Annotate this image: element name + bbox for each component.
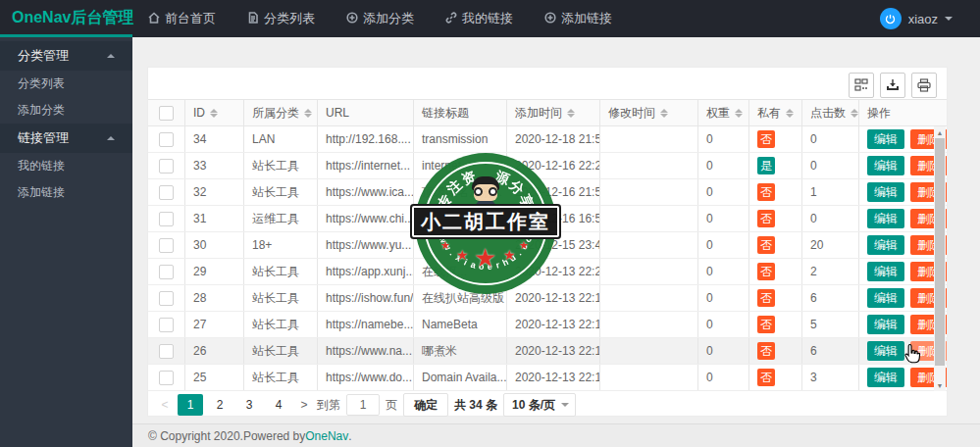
sidebar-item-添加分类[interactable]: 添加分类 [0, 97, 132, 124]
scroll-up-icon[interactable]: ▲ [934, 126, 946, 138]
row-checkbox-cell [148, 312, 185, 337]
user-menu[interactable]: xiaoz [880, 8, 980, 29]
print-button[interactable] [911, 73, 937, 98]
username[interactable]: xiaoz [908, 12, 938, 26]
page-button-3[interactable]: 3 [236, 394, 262, 416]
header-cell-添加时间[interactable]: 添加时间 [507, 100, 600, 125]
row-checkbox[interactable] [159, 159, 174, 174]
page-button-2[interactable]: 2 [207, 394, 232, 416]
sidebar-section-链接管理[interactable]: 链接管理 [0, 124, 132, 153]
edit-button[interactable]: 编辑 [867, 368, 904, 387]
row-checkbox[interactable] [159, 318, 174, 332]
edit-button[interactable]: 编辑 [867, 235, 904, 255]
edit-button[interactable]: 编辑 [867, 341, 904, 361]
page-prev-button[interactable]: < [158, 398, 172, 412]
nav-item-添加链接[interactable]: 添加链接 [529, 0, 628, 37]
link-icon [445, 12, 457, 26]
columns-icon [854, 78, 868, 92]
edit-button[interactable]: 编辑 [867, 288, 904, 308]
header-cell-私有[interactable]: 私有 [749, 100, 802, 125]
cell-modified [600, 153, 698, 178]
watermark-stamp: 专注资源分享 www.xiaoerhu.com 小二胡工作室 ★ ★ ★ ★ ★ [415, 153, 556, 294]
header-cell-所属分类[interactable]: 所属分类 [244, 100, 318, 125]
header-cell-修改时间[interactable]: 修改时间 [600, 100, 698, 125]
cell-id: 34 [185, 126, 244, 152]
table-row: 34LANhttp://192.168....transmission2020-… [148, 126, 947, 153]
nav-item-label: 分类列表 [264, 10, 315, 27]
cell-clicks: 0 [802, 206, 859, 231]
sidebar-item-添加链接[interactable]: 添加链接 [0, 179, 132, 206]
row-checkbox-cell [148, 285, 185, 311]
cell-modified [600, 285, 698, 311]
table-scrollbar[interactable]: ▲ ▼ [934, 126, 946, 391]
export-button[interactable] [880, 73, 905, 98]
sidebar-item-我的链接[interactable]: 我的链接 [0, 153, 132, 179]
page-button-1[interactable]: 1 [178, 394, 203, 416]
row-checkbox[interactable] [159, 238, 174, 253]
cell-clicks: 6 [802, 285, 859, 311]
header-cell-点击数[interactable]: 点击数 [802, 100, 859, 125]
export-icon [886, 78, 900, 92]
sort-icon[interactable] [660, 109, 668, 118]
column-label: 添加时间 [515, 105, 562, 122]
edit-button[interactable]: 编辑 [867, 156, 904, 175]
scroll-down-icon[interactable]: ▼ [934, 379, 946, 391]
home-icon [148, 12, 160, 26]
cell-private: 否 [749, 365, 802, 390]
page-unit-label: 页 [386, 397, 397, 414]
row-checkbox-cell [148, 232, 185, 258]
cell-private: 是 [749, 153, 802, 178]
columns-filter-button[interactable] [849, 73, 874, 98]
page-button-4[interactable]: 4 [266, 394, 291, 416]
nav-item-前台首页[interactable]: 前台首页 [132, 0, 232, 37]
sidebar-item-分类列表[interactable]: 分类列表 [0, 71, 132, 97]
select-all-checkbox[interactable] [159, 106, 174, 121]
cell-modified [600, 338, 698, 364]
header-cell-链接标题: 链接标题 [414, 100, 507, 125]
sidebar-section-分类管理[interactable]: 分类管理 [0, 41, 132, 71]
power-icon[interactable] [880, 8, 902, 29]
cell-url: https://ishow.fun/ [318, 285, 414, 311]
scrollbar-thumb[interactable] [935, 138, 945, 366]
sort-icon[interactable] [304, 109, 312, 118]
cell-private: 否 [749, 206, 802, 231]
chevron-down-icon [561, 403, 569, 411]
edit-button[interactable]: 编辑 [867, 182, 904, 202]
row-checkbox[interactable] [159, 132, 174, 147]
header-cell-ID[interactable]: ID [185, 100, 244, 125]
top-nav-menu: 前台首页分类列表添加分类我的链接添加链接 [132, 0, 628, 37]
row-checkbox[interactable] [159, 265, 174, 279]
footer-brand-link[interactable]: OneNav [305, 429, 348, 443]
sort-icon[interactable] [851, 109, 858, 118]
edit-button[interactable]: 编辑 [867, 129, 904, 149]
goto-page-input[interactable] [346, 394, 380, 416]
sort-icon[interactable] [735, 109, 743, 118]
page-size-select[interactable]: 10 条/页 [503, 393, 576, 417]
row-checkbox[interactable] [159, 185, 174, 200]
row-checkbox[interactable] [159, 371, 174, 385]
nav-item-我的链接[interactable]: 我的链接 [430, 0, 529, 37]
header-cell-权重[interactable]: 权重 [698, 100, 749, 125]
edit-button[interactable]: 编辑 [867, 209, 904, 228]
row-checkbox[interactable] [159, 291, 174, 306]
nav-item-分类列表[interactable]: 分类列表 [232, 0, 331, 37]
nav-item-添加分类[interactable]: 添加分类 [331, 0, 430, 37]
page-next-button[interactable]: > [297, 398, 311, 412]
cell-id: 25 [185, 365, 244, 390]
private-badge: 是 [757, 157, 775, 174]
cell-url: https://www.yu... [318, 232, 414, 258]
sort-icon[interactable] [567, 109, 575, 118]
cell-category: 站长工具 [244, 259, 318, 284]
cell-id: 26 [185, 338, 244, 364]
sort-icon[interactable] [786, 109, 794, 118]
row-checkbox[interactable] [159, 344, 174, 359]
edit-button[interactable]: 编辑 [867, 315, 904, 334]
cell-modified [600, 365, 698, 390]
goto-confirm-button[interactable]: 确定 [403, 393, 448, 417]
cell-title: transmission [414, 126, 507, 152]
sort-icon[interactable] [210, 109, 218, 118]
row-checkbox[interactable] [159, 212, 174, 226]
nav-item-label: 我的链接 [462, 10, 513, 27]
edit-button[interactable]: 编辑 [867, 262, 904, 281]
stamp-banner: 小二胡工作室 [410, 204, 561, 239]
